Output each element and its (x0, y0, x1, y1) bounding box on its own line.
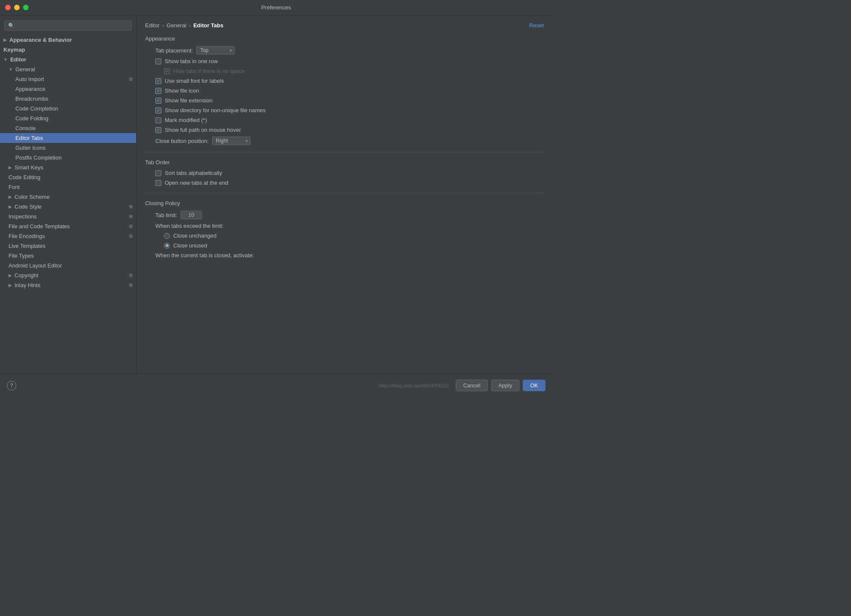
sidebar-item-keymap[interactable]: Keymap (0, 45, 136, 55)
sidebar-item-android-layout-editor[interactable]: Android Layout Editor (0, 261, 136, 270)
sidebar-item-label: Code Completion (15, 105, 58, 112)
open-new-tabs-label: Open new tabs at the end (165, 180, 228, 186)
close-unchanged-row: Close unchanged (164, 232, 544, 239)
sort-tabs-checkbox[interactable] (155, 170, 161, 176)
sidebar-item-font[interactable]: Font (0, 182, 136, 192)
breadcrumb-editor: Editor (145, 22, 160, 29)
sidebar-item-label: Color Scheme (15, 194, 50, 200)
sidebar-item-label: Appearance & Behavior (9, 37, 72, 43)
when-closed-label: When the current tab is closed, activate… (155, 252, 254, 259)
sidebar-item-auto-import[interactable]: Auto Import⊞ (0, 74, 136, 84)
when-closed-row: When the current tab is closed, activate… (155, 252, 544, 259)
badge-icon: ⊞ (129, 224, 133, 229)
sidebar-item-general[interactable]: ▼General (0, 64, 136, 74)
small-font-checkbox[interactable] (155, 78, 161, 84)
show-tabs-checkbox[interactable] (155, 58, 161, 64)
sidebar-item-label: Appearance (15, 86, 45, 92)
tab-placement-select[interactable]: Top Bottom Left Right None (196, 46, 235, 55)
sidebar-item-gutter-icons[interactable]: Gutter Icons (0, 143, 136, 153)
triangle-icon: ▶ (9, 204, 12, 209)
sidebar-item-code-style[interactable]: ▶Code Style⊞ (0, 202, 136, 212)
triangle-icon: ▶ (9, 195, 12, 199)
sidebar-item-breadcrumbs[interactable]: Breadcrumbs (0, 94, 136, 104)
sidebar-item-code-completion[interactable]: Code Completion (0, 104, 136, 113)
appearance-section: Appearance Tab placement: Top Bottom Lef… (145, 35, 544, 145)
sidebar-item-label: Code Editing (9, 174, 40, 180)
sidebar-item-inlay-hints[interactable]: ▶Inlay Hints⊞ (0, 280, 136, 290)
close-button[interactable] (5, 5, 11, 10)
tab-limit-input[interactable] (181, 211, 202, 219)
sidebar-item-label: Postfix Completion (15, 154, 61, 161)
close-button-row: Close button position: Right Left None (155, 137, 544, 145)
sidebar-item-code-folding[interactable]: Code Folding (0, 113, 136, 123)
show-file-icon-checkbox[interactable] (155, 88, 161, 94)
sidebar-item-appearance[interactable]: Appearance (0, 84, 136, 94)
close-button-select-wrapper: Right Left None (212, 137, 251, 145)
triangle-icon: ▶ (3, 38, 7, 42)
show-directory-checkbox[interactable] (155, 108, 161, 113)
sidebar-item-label: Code Style (15, 203, 42, 210)
tab-order-section-header: Tab Order (145, 159, 544, 166)
badge-icon: ⊞ (129, 214, 133, 219)
hide-tabs-checkbox[interactable] (164, 68, 170, 74)
mark-modified-row: Mark modified (*) (155, 117, 544, 123)
maximize-button[interactable] (23, 5, 29, 10)
sidebar-item-appearance-behavior[interactable]: ▶Appearance & Behavior (0, 35, 136, 45)
sidebar-item-file-code-templates[interactable]: File and Code Templates⊞ (0, 221, 136, 231)
help-button[interactable]: ? (7, 381, 16, 390)
sort-tabs-label: Sort tabs alphabetically (165, 170, 222, 176)
sidebar-item-label: General (15, 66, 35, 73)
reset-button[interactable]: Reset (529, 22, 544, 29)
sidebar-item-code-editing[interactable]: Code Editing (0, 172, 136, 182)
close-unchanged-label: Close unchanged (173, 232, 216, 239)
show-tabs-row: Show tabs in one row (155, 58, 544, 64)
sidebar-item-postfix-completion[interactable]: Postfix Completion (0, 153, 136, 163)
sidebar-item-editor[interactable]: ▼Editor (0, 55, 136, 64)
divider1 (145, 152, 544, 152)
sidebar-item-editor-tabs[interactable]: Editor Tabs (0, 133, 136, 143)
title-bar: Preferences (0, 0, 552, 15)
sidebar-item-label: Smart Keys (15, 164, 43, 171)
apply-button[interactable]: Apply (491, 380, 520, 391)
ok-button[interactable]: OK (523, 380, 545, 391)
appearance-section-header: Appearance (145, 35, 544, 42)
sidebar-item-color-scheme[interactable]: ▶Color Scheme (0, 192, 136, 202)
show-file-ext-checkbox[interactable] (155, 98, 161, 104)
triangle-icon: ▶ (9, 273, 12, 278)
window-controls (5, 5, 29, 10)
sidebar-item-copyright[interactable]: ▶Copyright⊞ (0, 270, 136, 280)
when-exceed-label-row: When tabs exceed the limit: (155, 223, 544, 229)
sidebar-item-live-templates[interactable]: Live Templates (0, 241, 136, 251)
sidebar-item-inspections[interactable]: Inspections⊞ (0, 212, 136, 221)
breadcrumb-editor-tabs: Editor Tabs (193, 22, 224, 29)
sidebar-item-label: Android Layout Editor (9, 262, 62, 269)
open-new-tabs-checkbox[interactable] (155, 180, 161, 186)
search-input[interactable] (4, 20, 132, 31)
close-unchanged-radio[interactable] (164, 233, 170, 239)
main-container: ▶Appearance & BehaviorKeymap▼Editor▼Gene… (0, 15, 552, 374)
close-unused-row: Close unused (164, 242, 544, 249)
show-tabs-label: Show tabs in one row (165, 58, 218, 64)
sidebar-item-file-types[interactable]: File Types (0, 251, 136, 261)
close-unused-label: Close unused (173, 242, 207, 249)
cancel-button[interactable]: Cancel (456, 380, 487, 391)
minimize-button[interactable] (14, 5, 20, 10)
show-full-path-checkbox[interactable] (155, 127, 161, 133)
mark-modified-checkbox[interactable] (155, 117, 161, 123)
sidebar-item-label: Live Templates (9, 243, 45, 249)
url-text: https://blog.csdn.net/dl674756321 (379, 383, 449, 388)
close-button-select[interactable]: Right Left None (212, 137, 251, 145)
sidebar-item-console[interactable]: Console (0, 123, 136, 133)
small-font-row: Use small font for labels (155, 78, 544, 84)
sidebar-item-label: Code Folding (15, 115, 48, 122)
tab-placement-label: Tab placement: (155, 47, 193, 54)
show-file-icon-row: Show file icon (155, 87, 544, 94)
content-area: Editor › General › Editor Tabs Reset App… (137, 15, 552, 374)
window-title: Preferences (261, 4, 291, 11)
sidebar-item-smart-keys[interactable]: ▶Smart Keys (0, 163, 136, 172)
closing-policy-section: Closing Policy Tab limit: When tabs exce… (145, 200, 544, 259)
tab-placement-select-wrapper: Top Bottom Left Right None (196, 46, 235, 55)
close-unused-radio[interactable] (164, 243, 170, 249)
sidebar-item-file-encodings[interactable]: File Encodings⊞ (0, 231, 136, 241)
triangle-icon: ▶ (9, 165, 12, 170)
